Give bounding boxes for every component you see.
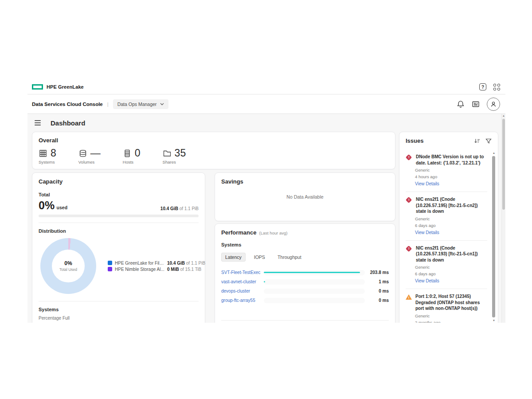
legend-label: HPE GreenLake for File... — [115, 261, 164, 266]
bar-track — [264, 298, 365, 303]
warning-icon: ! — [406, 294, 412, 300]
perf-row: devops-cluster 0 ms — [221, 286, 389, 296]
legend-value: 0 MiB of 15.1 TiB — [167, 267, 201, 272]
distribution-label: Distribution — [39, 228, 199, 234]
scroll-down-icon[interactable]: ▼ — [492, 319, 496, 322]
distribution-legend: HPE GreenLake for File... 10.4 GiB of 1.… — [108, 259, 205, 273]
brand-name: HPE GreenLake — [47, 84, 84, 90]
brand: HPE GreenLake — [32, 84, 84, 90]
issue-time: 6 days ago — [415, 271, 487, 276]
person-icon — [489, 100, 497, 108]
issues-card: Issues ! D — [399, 132, 498, 323]
hosts-label: Hosts — [123, 160, 141, 164]
system-link[interactable]: group-ftc-array55 — [221, 298, 264, 303]
latency-chart: SVT-Fleet-TestExec 203.8 ms vast-avnet-c… — [221, 268, 389, 305]
latency-value: 0 ms — [365, 298, 389, 303]
legend-value: 10.4 GiB of 1.1 PiB — [167, 261, 205, 266]
resources-icon[interactable] — [472, 100, 480, 108]
system-link[interactable]: SVT-Fleet-TestExec — [221, 270, 264, 275]
latency-value: 203.8 ms — [365, 270, 389, 275]
savings-empty-text: No Data Available — [215, 173, 395, 221]
distribution-donut: 0% Total Used — [40, 238, 96, 294]
overall-card: Overall 8 Systems — [32, 132, 395, 169]
donut-center-value: 0% — [64, 260, 72, 266]
console-title: Data Services Cloud Console — [32, 102, 103, 107]
legend-label: HPE Nimble Storage Al... — [115, 267, 164, 272]
bar-track — [264, 289, 365, 294]
view-details-link[interactable]: View Details — [415, 278, 439, 283]
app-selector-value: Data Ops Manager — [117, 102, 157, 107]
system-link[interactable]: vast-avnet-cluster — [221, 279, 264, 284]
hpe-logo-icon — [32, 84, 43, 90]
issue-category: Generic — [415, 313, 487, 318]
issue-time: 2 months ago — [415, 320, 487, 323]
bar-track — [264, 270, 365, 275]
stat-shares: 35 Shares — [163, 148, 186, 164]
tab-latency[interactable]: Latency — [221, 253, 246, 262]
page-title: Dashboard — [51, 119, 85, 127]
bar-track — [264, 279, 365, 285]
page-scrollbar[interactable]: ▲ — [501, 114, 505, 323]
issue-category: Generic — [415, 265, 487, 270]
donut-center-label: Total Used — [59, 267, 77, 272]
system-link[interactable]: devops-cluster — [221, 289, 264, 293]
perf-row: SVT-Fleet-TestExec 203.8 ms — [221, 268, 389, 277]
critical-icon: ! — [406, 245, 412, 251]
latency-bar — [264, 272, 360, 274]
issues-list: ! DNode BMC Version is not up to date. L… — [406, 149, 492, 323]
volumes-count: — — [90, 148, 101, 158]
used-percent: 0% — [39, 199, 55, 211]
issue-title: NIC ens2f1 (Cnode (10.226.57.195) [ftc-2… — [416, 196, 487, 215]
scroll-up-icon[interactable]: ▲ — [492, 152, 496, 154]
page-scrollbar-thumb[interactable] — [502, 119, 505, 210]
chevron-down-icon — [160, 103, 164, 106]
latency-bar — [264, 281, 265, 283]
hosts-count: 0 — [135, 148, 141, 158]
app-launcher-icon[interactable] — [493, 84, 500, 90]
volumes-label: Volumes — [78, 160, 101, 164]
tab-throughput[interactable]: Throughput — [274, 253, 305, 262]
percentage-full-label: Percentage Full — [39, 316, 199, 321]
legend-swatch-purple — [108, 267, 112, 271]
legend-item: HPE Nimble Storage Al... 0 MiB of 15.1 T… — [108, 267, 205, 272]
tab-iops[interactable]: IOPS — [250, 253, 269, 262]
issue-category: Generic — [415, 168, 487, 172]
dashboard-content: Dashboard Overall 8 — [27, 114, 505, 323]
sort-icon[interactable] — [474, 138, 480, 144]
filter-icon[interactable] — [485, 138, 492, 144]
help-icon[interactable]: ? — [479, 83, 486, 90]
app-selector-dropdown[interactable]: Data Ops Manager — [113, 99, 169, 109]
overall-title: Overall — [39, 137, 389, 144]
capacity-systems-label: Systems — [39, 307, 199, 312]
capacity-progressbar — [39, 215, 199, 217]
menu-hamburger-icon[interactable] — [35, 120, 41, 125]
performance-subtitle: (Last hour avg) — [259, 231, 287, 235]
stat-systems: 8 Systems — [39, 148, 56, 164]
critical-icon: ! — [406, 197, 412, 203]
header-divider: | — [107, 102, 109, 107]
performance-title: Performance — [221, 229, 256, 236]
issue-time: 4 hours ago — [415, 174, 487, 179]
legend-swatch-blue — [108, 261, 112, 265]
savings-card: Savings No Data Available — [215, 172, 395, 221]
console-header: Data Services Cloud Console | Data Ops M… — [27, 94, 505, 114]
issues-scrollbar-thumb[interactable] — [492, 156, 495, 317]
perf-row: vast-avnet-cluster 1 ms — [221, 277, 389, 286]
volumes-icon — [78, 149, 87, 158]
capacity-card: Capacity Total 0% used 10.4 GiB of 1.1 P… — [32, 172, 205, 323]
stat-hosts: 0 Hosts — [123, 148, 141, 164]
total-label: Total — [39, 192, 199, 197]
view-details-link[interactable]: View Details — [415, 230, 439, 235]
issue-item: ! DNode BMC Version is not up to date. L… — [406, 149, 487, 192]
issues-scrollbar[interactable]: ▲ ▼ — [492, 152, 496, 322]
scroll-up-icon[interactable]: ▲ — [502, 114, 505, 117]
notifications-bell-icon[interactable] — [457, 100, 465, 108]
latency-value: 1 ms — [365, 279, 389, 284]
perf-row: group-ftc-array55 0 ms — [221, 296, 389, 305]
capacity-amount: 10.4 GiB of 1.1 PiB — [160, 206, 199, 211]
user-avatar[interactable] — [487, 98, 500, 111]
systems-label: Systems — [39, 160, 56, 164]
view-details-link[interactable]: View Details — [415, 181, 439, 186]
global-header: HPE GreenLake ? — [27, 80, 505, 94]
performance-systems-label: Systems — [221, 242, 389, 247]
